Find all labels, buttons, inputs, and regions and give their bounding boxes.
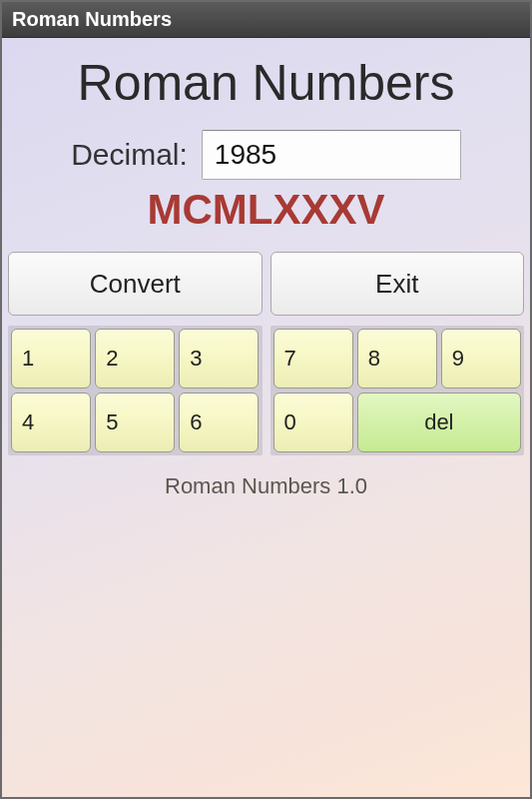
keypad: 1 2 3 4 5 6 7 8 9 0 del (8, 326, 524, 455)
exit-button[interactable]: Exit (270, 252, 525, 316)
page-title: Roman Numbers (78, 54, 455, 112)
app-content: Roman Numbers Decimal: MCMLXXXV Convert … (2, 38, 530, 797)
key-4[interactable]: 4 (11, 393, 91, 452)
key-1[interactable]: 1 (11, 329, 91, 389)
title-bar: Roman Numbers (2, 2, 530, 38)
key-2[interactable]: 2 (95, 329, 175, 389)
key-del[interactable]: del (357, 393, 521, 452)
version-label: Roman Numbers 1.0 (165, 473, 367, 499)
key-5[interactable]: 5 (95, 393, 175, 452)
key-8[interactable]: 8 (357, 329, 437, 389)
key-3[interactable]: 3 (179, 329, 259, 389)
key-0[interactable]: 0 (273, 393, 353, 452)
convert-button[interactable]: Convert (8, 252, 263, 316)
key-9[interactable]: 9 (441, 329, 521, 389)
keypad-left-block: 1 2 3 4 5 6 (8, 326, 263, 455)
key-6[interactable]: 6 (179, 393, 259, 452)
decimal-input[interactable] (202, 130, 461, 180)
action-row: Convert Exit (8, 252, 524, 316)
window-title: Roman Numbers (12, 8, 172, 31)
roman-output: MCMLXXXV (147, 186, 384, 234)
keypad-right-block: 7 8 9 0 del (270, 326, 525, 455)
decimal-label: Decimal: (71, 138, 188, 172)
key-7[interactable]: 7 (273, 329, 353, 389)
decimal-input-row: Decimal: (71, 130, 461, 180)
